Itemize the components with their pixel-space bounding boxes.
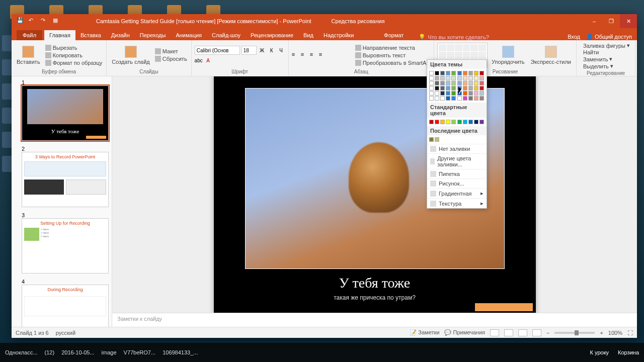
color-swatch[interactable] xyxy=(457,120,462,124)
picture-fill-option[interactable]: Рисунок... xyxy=(427,178,487,188)
taskbar-item[interactable]: 2016-10-05... xyxy=(61,349,94,355)
cut-button[interactable]: Вырезать xyxy=(44,44,104,51)
color-swatch[interactable] xyxy=(451,81,456,85)
taskbar-item[interactable]: (12) xyxy=(45,349,55,355)
color-swatch[interactable] xyxy=(468,86,473,90)
taskbar-right[interactable]: К уроку xyxy=(590,349,609,355)
tab-home[interactable]: Главная xyxy=(44,30,75,40)
color-swatch[interactable] xyxy=(446,76,450,80)
paste-button[interactable]: Вставить xyxy=(15,45,42,66)
color-swatch[interactable] xyxy=(446,96,450,101)
layout-button[interactable]: Макет xyxy=(154,48,188,55)
underline-button[interactable]: Ч xyxy=(277,46,285,54)
color-swatch[interactable] xyxy=(468,96,473,101)
status-notes-button[interactable]: 📝 Заметки xyxy=(410,329,439,336)
taskbar-item[interactable]: V77beRO7... xyxy=(124,349,156,355)
tab-view[interactable]: Вид xyxy=(298,30,318,40)
zoom-out-button[interactable]: − xyxy=(546,330,549,336)
zoom-level[interactable]: 100% xyxy=(608,330,622,336)
taskbar-item[interactable]: image xyxy=(102,349,117,355)
color-swatch[interactable] xyxy=(451,71,456,75)
slideshow-view-button[interactable] xyxy=(532,329,541,336)
color-swatch[interactable] xyxy=(474,91,478,96)
zoom-in-button[interactable]: + xyxy=(600,330,603,336)
tab-animation[interactable]: Анимация xyxy=(171,30,207,40)
minimize-button[interactable]: – xyxy=(586,14,603,28)
save-icon[interactable]: 💾 xyxy=(17,17,25,25)
color-swatch[interactable] xyxy=(479,96,484,101)
color-swatch[interactable] xyxy=(479,86,484,90)
color-swatch[interactable] xyxy=(435,71,439,75)
tab-design[interactable]: Дизайн xyxy=(106,30,135,40)
text-direction-button[interactable]: Направление текста xyxy=(354,44,431,51)
color-swatch[interactable] xyxy=(468,81,473,85)
color-swatch[interactable] xyxy=(429,120,434,124)
color-swatch[interactable] xyxy=(451,86,456,90)
format-painter-button[interactable]: Формат по образцу xyxy=(44,59,104,66)
color-swatch[interactable] xyxy=(429,86,434,90)
color-swatch[interactable] xyxy=(435,137,439,142)
color-swatch[interactable] xyxy=(446,81,450,85)
color-swatch[interactable] xyxy=(451,120,456,124)
arrange-button[interactable]: Упорядочить xyxy=(490,45,526,66)
slide[interactable]: У тебя тоже такая же прическа по утрам? xyxy=(214,76,536,313)
tab-transitions[interactable]: Переходы xyxy=(135,30,171,40)
start-slideshow-icon[interactable]: ▦ xyxy=(53,17,61,25)
select-button[interactable]: Выделить ▾ xyxy=(582,63,630,69)
color-swatch[interactable] xyxy=(446,120,450,124)
align-left-button[interactable]: ≡ xyxy=(292,51,300,59)
align-right-button[interactable]: ≡ xyxy=(310,51,318,59)
replace-button[interactable]: Заменить ▾ xyxy=(582,56,630,62)
color-swatch[interactable] xyxy=(435,120,439,124)
close-button[interactable]: ✕ xyxy=(620,14,637,28)
zoom-slider[interactable] xyxy=(554,332,595,334)
color-swatch[interactable] xyxy=(435,91,439,96)
color-swatch[interactable] xyxy=(474,76,478,80)
undo-icon[interactable]: ↶ xyxy=(29,17,37,25)
color-swatch[interactable] xyxy=(440,91,445,96)
color-swatch[interactable] xyxy=(457,81,462,85)
share-button[interactable]: 👤 Общий доступ xyxy=(586,34,632,40)
file-tab[interactable]: Файл xyxy=(17,30,42,40)
slide-thumbnail[interactable]: У тебя тоже xyxy=(22,85,109,141)
color-swatch[interactable] xyxy=(468,76,473,80)
color-swatch[interactable] xyxy=(435,81,439,85)
color-swatch[interactable] xyxy=(474,120,478,124)
color-swatch[interactable] xyxy=(463,120,467,124)
color-swatch[interactable] xyxy=(440,120,445,124)
color-swatch[interactable] xyxy=(457,96,462,101)
color-swatch[interactable] xyxy=(479,120,484,124)
maximize-button[interactable]: ❐ xyxy=(603,14,620,28)
color-swatch[interactable] xyxy=(474,86,478,90)
color-swatch[interactable] xyxy=(451,76,456,80)
new-slide-button[interactable]: Создать слайд xyxy=(110,45,151,66)
reset-button[interactable]: Сбросить xyxy=(154,55,188,62)
selected-shape[interactable] xyxy=(475,303,533,311)
color-swatch[interactable] xyxy=(440,86,445,90)
fit-to-window-button[interactable]: ⛶ xyxy=(627,330,633,336)
reading-view-button[interactable] xyxy=(518,329,527,336)
color-swatch[interactable] xyxy=(479,76,484,80)
color-swatch[interactable] xyxy=(435,96,439,101)
bold-button[interactable]: Ж xyxy=(258,46,266,54)
find-button[interactable]: Найти xyxy=(582,49,630,55)
sorter-view-button[interactable] xyxy=(504,329,513,336)
font-size-combo[interactable] xyxy=(242,46,257,55)
color-swatch[interactable] xyxy=(479,71,484,75)
slide-thumbnail[interactable]: 3 Ways to Record PowerPoint xyxy=(22,152,109,207)
color-swatch[interactable] xyxy=(435,86,439,90)
color-swatch[interactable] xyxy=(446,91,450,96)
taskbar-right[interactable]: Корзина xyxy=(618,349,639,355)
taskbar-item[interactable]: Однокласс... xyxy=(5,349,38,355)
color-swatch[interactable] xyxy=(440,76,445,80)
color-swatch[interactable] xyxy=(463,76,467,80)
font-color-button[interactable]: A xyxy=(204,56,212,64)
tab-format[interactable]: Формат xyxy=(379,30,409,40)
align-justify-button[interactable]: ≡ xyxy=(319,51,327,59)
color-swatch[interactable] xyxy=(429,96,434,101)
eyedropper-option[interactable]: Пипетка xyxy=(427,169,487,178)
strike-button[interactable]: abc xyxy=(195,56,203,64)
slide-thumbnail[interactable]: During Recording xyxy=(22,285,109,327)
tab-addins[interactable]: Надстройки xyxy=(318,30,359,40)
color-swatch[interactable] xyxy=(463,81,467,85)
